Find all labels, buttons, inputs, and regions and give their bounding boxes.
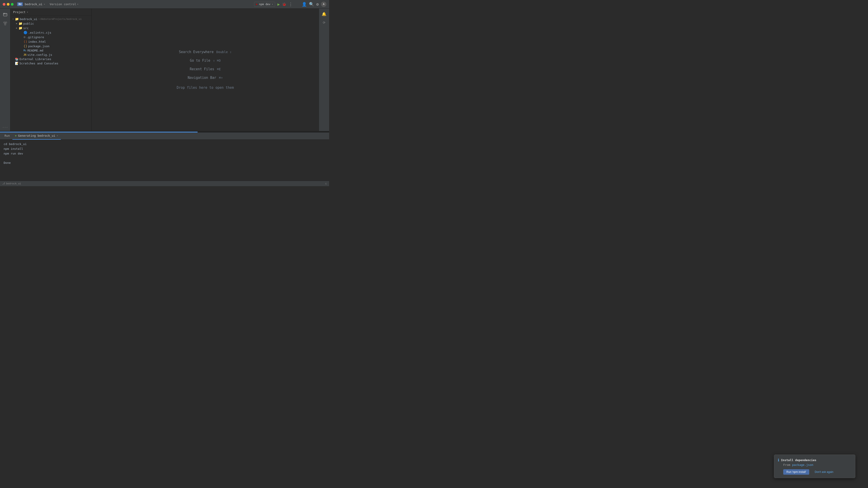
tree-item-package-json[interactable]: {} package.json [10, 44, 92, 48]
editor-placeholder: Search Everywhere Double ⇧ Go to File ⇧ … [92, 8, 319, 131]
run-button[interactable]: ▶ [277, 2, 280, 6]
version-control-selector[interactable]: Version control ▾ [50, 2, 79, 6]
drop-files-text: Drop files here to open them [177, 86, 234, 90]
debug-button[interactable]: 🐞 [282, 2, 286, 6]
search-everywhere-button[interactable]: 🔍 [309, 2, 314, 6]
right-panel: 🔔 ⟳ [319, 8, 329, 131]
status-right: ⎌ [325, 182, 327, 185]
npm-label: npm dev [259, 3, 271, 6]
version-chevron-icon: ▾ [77, 3, 79, 5]
sidebar: Project ▾ ▾ 📁 bedrock_ui ~/WebstormProje… [10, 8, 92, 131]
svg-rect-0 [3, 13, 7, 16]
project-name: bedrock_ui [25, 2, 42, 6]
tree-item-eslintrc[interactable]: 🔵 .eslintrc.cjs [10, 30, 92, 35]
tab-generating-label: Generating bedrock_ui [18, 134, 55, 137]
folder-icon: 📁 [19, 22, 22, 25]
svg-rect-3 [5, 22, 7, 23]
npm-chevron-icon: ▾ [272, 3, 273, 5]
terminal-line-1: cd bedrock_ui [4, 142, 326, 147]
tree-item-scratches[interactable]: 📝 Scratches and Consoles [10, 61, 92, 66]
terminal-line-3: npm run dev [4, 151, 326, 156]
status-right-icon: ⎌ [325, 182, 327, 185]
shortcut-label: Go to File [190, 59, 210, 63]
tree-label: README.md [27, 49, 43, 52]
tree-item-vite-config[interactable]: JS vite.config.js [10, 53, 92, 57]
tree-item-gitignore[interactable]: ⊘ .gitignore [10, 35, 92, 39]
right-panel-icon2[interactable]: ⟳ [320, 19, 328, 26]
structure-icon [3, 21, 7, 26]
close-button[interactable] [3, 3, 5, 6]
status-project: bedrock_ui [6, 182, 21, 185]
terminal-line-2: npm install [4, 147, 326, 151]
tree-item-bedrock-ui[interactable]: ▾ 📁 bedrock_ui ~/WebstormProjects/bedroc… [10, 17, 92, 21]
git-icon: ⎇ [2, 182, 5, 185]
terminal-line-done: Done [4, 161, 326, 165]
tree-label: Scratches and Consoles [20, 62, 58, 65]
terminal-content: cd bedrock_ui npm install npm run dev Do… [0, 140, 329, 181]
notifications-button[interactable]: 🔔 [320, 10, 328, 18]
activity-project[interactable] [1, 10, 9, 19]
project-selector[interactable]: BU bedrock_ui ▾ [17, 2, 45, 6]
tab-generating[interactable]: ▶ Generating bedrock_ui ✕ [12, 132, 61, 140]
tree-arrow-icon: ▾ [11, 18, 15, 20]
folder-icon [3, 12, 7, 17]
tab-close-button[interactable]: ✕ [57, 134, 58, 137]
minimize-button[interactable] [7, 3, 9, 6]
shortcut-key: ⌘E [217, 67, 221, 71]
tab-run-label: Run [4, 134, 10, 137]
shortcut-recent-files: Recent Files ⌘E [190, 67, 221, 71]
settings-button[interactable]: ⚙ [316, 2, 319, 6]
sidebar-chevron-icon: ▾ [27, 11, 28, 13]
tree-label: bedrock_ui [20, 18, 37, 21]
tree-label: .gitignore [26, 35, 44, 39]
sidebar-header: Project ▾ [10, 8, 92, 16]
html-file-icon: ⟨⟩ [24, 40, 27, 43]
tree-arrow-icon: ▶ [15, 22, 19, 25]
tree-item-public[interactable]: ▶ 📁 public [10, 21, 92, 26]
tree-label: src [23, 26, 29, 30]
git-file-icon: ⊘ [24, 35, 25, 39]
project-badge: BU [17, 2, 23, 6]
editor-area: Search Everywhere Double ⇧ Go to File ⇧ … [92, 8, 319, 131]
ext-icon: 📚 [15, 57, 19, 61]
tab-run[interactable]: Run [2, 132, 12, 140]
tree-path: ~/WebstormProjects/bedrock_ui [38, 18, 82, 21]
tree-item-src[interactable]: ▶ 📁 src [10, 26, 92, 30]
tree-label: package.json [28, 44, 50, 48]
activity-more[interactable]: ··· [2, 126, 8, 129]
project-chevron-icon: ▾ [44, 3, 45, 5]
titlebar: BU bedrock_ui ▾ Version control ▾ ▶ npm … [0, 0, 329, 8]
js-file-icon: JS [24, 53, 26, 56]
status-bar: ⎇ bedrock_ui ⎌ [0, 181, 329, 186]
terminal-line-4 [4, 156, 326, 161]
maximize-button[interactable] [11, 3, 13, 6]
scratch-icon: 📝 [15, 62, 19, 65]
npm-run-selector[interactable]: ▶ npm dev ▾ [254, 2, 275, 7]
shortcut-key: ⌘↑ [219, 76, 223, 79]
shortcut-label: Recent Files [190, 67, 214, 71]
tree-label: .eslintrc.cjs [28, 31, 51, 34]
bottom-tabs: Run ▶ Generating bedrock_ui ✕ [0, 132, 329, 140]
tree-item-index-html[interactable]: ⟨⟩ index.html [10, 39, 92, 44]
sidebar-content: ▾ 📁 bedrock_ui ~/WebstormProjects/bedroc… [10, 16, 92, 131]
shortcut-label: Search Everywhere [179, 50, 214, 54]
more-options-button[interactable]: ⋮ [289, 2, 293, 6]
tree-item-external-libraries[interactable]: 📚 External Libraries [10, 57, 92, 61]
shortcut-key: Double ⇧ [216, 50, 231, 54]
eslint-file-icon: 🔵 [24, 31, 27, 34]
tree-item-readme[interactable]: M↓ README.md [10, 48, 92, 53]
svg-rect-2 [4, 22, 5, 23]
bottom-area: Run ▶ Generating bedrock_ui ✕ cd bedrock… [0, 131, 329, 181]
tree-label: vite.config.js [27, 53, 52, 57]
profile-button[interactable]: 👤 [302, 2, 307, 6]
activity-structure[interactable] [1, 20, 9, 28]
shortcut-label: Navigation Bar [188, 76, 216, 80]
tree-label: index.html [28, 40, 46, 43]
json-file-icon: {} [24, 44, 27, 48]
main-layout: ··· Project ▾ ▾ 📁 bedrock_ui ~/WebstormP… [0, 8, 329, 131]
sidebar-title: Project [13, 10, 26, 14]
folder-icon: 📁 [15, 17, 19, 21]
avatar[interactable]: A [321, 2, 327, 7]
status-git: ⎇ bedrock_ui [2, 182, 21, 185]
version-control-label: Version control [50, 2, 76, 6]
